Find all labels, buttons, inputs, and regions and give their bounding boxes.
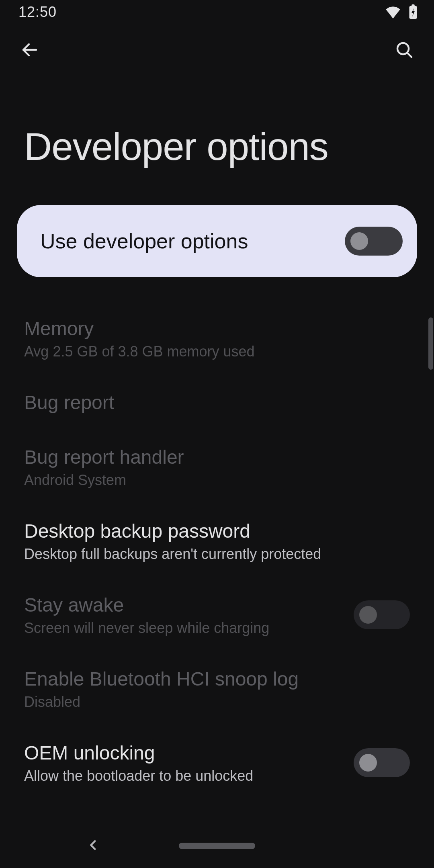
setting-item-bt-hci[interactable]: Enable Bluetooth HCI snoop logDisabled [0, 652, 434, 726]
setting-item-subtitle: Android System [24, 472, 410, 489]
setting-item-memory[interactable]: MemoryAvg 2.5 GB of 3.8 GB memory used [0, 301, 434, 375]
page-title: Developer options [0, 76, 434, 198]
setting-item-subtitle: Desktop full backups aren't currently pr… [24, 546, 410, 563]
setting-item-subtitle: Screen will never sleep while charging [24, 620, 338, 637]
setting-item-subtitle: Avg 2.5 GB of 3.8 GB memory used [24, 343, 410, 360]
wifi-icon [385, 6, 401, 18]
setting-item-text: MemoryAvg 2.5 GB of 3.8 GB memory used [24, 317, 410, 360]
navigation-bar [0, 824, 434, 868]
setting-item-title: OEM unlocking [24, 741, 338, 765]
arrow-back-icon [20, 40, 39, 61]
status-icons [385, 4, 418, 20]
setting-item-title: Bug report [24, 391, 410, 415]
status-time: 12:50 [18, 4, 57, 20]
battery-charging-icon [408, 4, 418, 20]
svg-rect-1 [411, 4, 415, 7]
setting-item-subtitle: Disabled [24, 694, 410, 710]
nav-back-button[interactable] [86, 838, 100, 854]
setting-item-title: Memory [24, 317, 410, 341]
search-icon [395, 40, 414, 61]
setting-item-title: Stay awake [24, 593, 338, 617]
settings-list: MemoryAvg 2.5 GB of 3.8 GB memory usedBu… [0, 301, 434, 800]
app-bar [0, 24, 434, 76]
setting-item-text: OEM unlockingAllow the bootloader to be … [24, 741, 338, 784]
setting-item-text: Bug report handlerAndroid System [24, 445, 410, 489]
setting-item-desktop-backup[interactable]: Desktop backup passwordDesktop full back… [0, 504, 434, 578]
setting-item-subtitle: Allow the bootloader to be unlocked [24, 768, 338, 784]
master-toggle-label: Use developer options [40, 229, 248, 253]
setting-item-switch[interactable] [354, 748, 410, 777]
nav-home-pill[interactable] [179, 843, 255, 849]
setting-item-text: Stay awakeScreen will never sleep while … [24, 593, 338, 637]
setting-item-title: Desktop backup password [24, 519, 410, 543]
back-button[interactable] [18, 38, 42, 62]
setting-item-oem-unlock[interactable]: OEM unlockingAllow the bootloader to be … [0, 726, 434, 800]
setting-item-text: Bug report [24, 391, 410, 415]
chevron-left-icon [86, 846, 100, 853]
status-bar: 12:50 [0, 0, 434, 24]
setting-item-title: Bug report handler [24, 445, 410, 469]
setting-item-title: Enable Bluetooth HCI snoop log [24, 667, 410, 691]
master-toggle-card[interactable]: Use developer options [17, 205, 417, 277]
master-toggle-switch[interactable] [345, 227, 403, 256]
svg-line-4 [407, 53, 411, 57]
setting-item-bug-report[interactable]: Bug report [0, 375, 434, 430]
setting-item-text: Desktop backup passwordDesktop full back… [24, 519, 410, 563]
scrollbar-thumb[interactable] [428, 317, 433, 370]
setting-item-switch[interactable] [354, 600, 410, 629]
search-button[interactable] [392, 38, 416, 62]
setting-item-bug-handler[interactable]: Bug report handlerAndroid System [0, 430, 434, 504]
setting-item-text: Enable Bluetooth HCI snoop logDisabled [24, 667, 410, 710]
setting-item-stay-awake[interactable]: Stay awakeScreen will never sleep while … [0, 578, 434, 652]
